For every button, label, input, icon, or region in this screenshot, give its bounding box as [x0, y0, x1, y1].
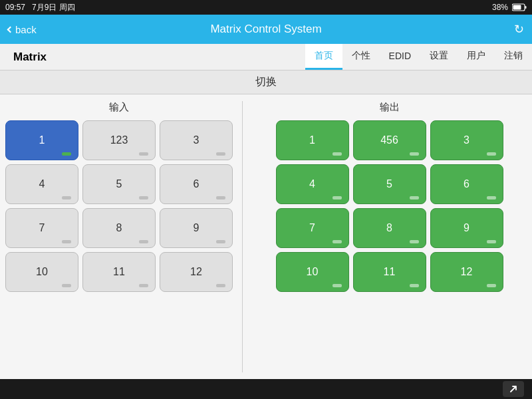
back-label: back — [15, 24, 37, 35]
tab-home[interactable]: 首页 — [305, 44, 342, 70]
output-button-8[interactable]: 8 — [353, 208, 426, 248]
input-button-indicator — [139, 152, 148, 156]
output-grid: 14563456789101112 — [276, 120, 503, 292]
battery-text: 38% — [492, 3, 508, 12]
input-button-7[interactable]: 7 — [5, 208, 78, 248]
tab-settings[interactable]: 设置 — [420, 44, 458, 70]
output-button-2[interactable]: 456 — [353, 120, 426, 160]
output-button-6[interactable]: 6 — [430, 164, 503, 204]
input-button-label: 5 — [116, 178, 122, 190]
output-button-label: 1 — [309, 134, 315, 146]
input-panel: 输入 11233456789101112 — [5, 101, 233, 372]
input-button-indicator — [216, 240, 225, 243]
input-button-10[interactable]: 10 — [5, 252, 78, 292]
output-button-indicator — [487, 196, 496, 200]
tab-logout[interactable]: 注销 — [495, 44, 532, 70]
input-button-1[interactable]: 1 — [5, 120, 78, 160]
input-button-indicator — [139, 284, 148, 287]
input-button-2[interactable]: 123 — [82, 120, 156, 160]
tab-bar: Matrix 首页 个性 EDID 设置 用户 注销 — [0, 44, 532, 70]
input-button-indicator — [216, 284, 225, 287]
input-button-11[interactable]: 11 — [82, 252, 156, 292]
app-title: Matrix — [7, 51, 60, 64]
output-button-11[interactable]: 11 — [353, 252, 426, 292]
input-button-9[interactable]: 9 — [160, 208, 233, 248]
input-button-label: 8 — [116, 222, 122, 234]
status-right: 38% — [492, 3, 527, 12]
input-button-label: 4 — [39, 178, 45, 190]
battery-icon — [512, 3, 527, 11]
input-button-indicator — [216, 196, 225, 200]
output-button-5[interactable]: 5 — [353, 164, 426, 204]
input-button-4[interactable]: 4 — [5, 164, 78, 204]
input-panel-title: 输入 — [109, 101, 129, 114]
input-button-label: 1 — [39, 134, 45, 146]
output-button-label: 11 — [384, 266, 396, 278]
input-grid: 11233456789101112 — [5, 120, 233, 292]
output-panel-title: 输出 — [380, 101, 400, 114]
svg-rect-2 — [513, 5, 521, 10]
input-button-label: 6 — [194, 178, 200, 190]
input-button-5[interactable]: 5 — [82, 164, 156, 204]
output-button-10[interactable]: 10 — [276, 252, 349, 292]
input-button-label: 10 — [36, 266, 48, 278]
input-button-8[interactable]: 8 — [82, 208, 156, 248]
svg-rect-1 — [525, 6, 527, 9]
input-button-12[interactable]: 12 — [160, 252, 233, 292]
back-chevron-icon — [7, 26, 14, 33]
input-button-label: 9 — [194, 222, 200, 234]
output-button-label: 9 — [464, 222, 469, 234]
output-button-label: 12 — [461, 266, 473, 278]
nav-bar: back Matrix Control System ↻ — [0, 15, 532, 44]
section-title: 切换 — [255, 75, 277, 89]
output-button-1[interactable]: 1 — [276, 120, 349, 160]
output-button-indicator — [487, 152, 496, 156]
output-button-label: 4 — [309, 178, 315, 190]
output-button-indicator — [332, 240, 342, 243]
main-content: 输入 11233456789101112 输出 1456345678910111… — [0, 94, 532, 379]
navigate-icon — [508, 384, 519, 394]
navigate-button[interactable] — [503, 381, 524, 397]
input-button-label: 11 — [113, 266, 125, 278]
output-button-indicator — [332, 196, 342, 200]
back-button[interactable]: back — [0, 24, 45, 35]
input-button-indicator — [62, 152, 71, 156]
output-button-label: 7 — [309, 222, 315, 234]
output-button-7[interactable]: 7 — [276, 208, 349, 248]
output-button-label: 10 — [307, 266, 319, 278]
tab-personality[interactable]: 个性 — [342, 44, 380, 70]
output-button-indicator — [487, 240, 496, 243]
section-title-bar: 切换 — [0, 70, 532, 94]
tab-edid[interactable]: EDID — [380, 44, 420, 70]
refresh-button[interactable]: ↻ — [514, 22, 524, 37]
output-button-indicator — [410, 152, 419, 156]
input-button-6[interactable]: 6 — [160, 164, 233, 204]
input-button-label: 7 — [39, 222, 45, 234]
output-button-label: 8 — [386, 222, 392, 234]
input-button-3[interactable]: 3 — [160, 120, 233, 160]
input-button-indicator — [139, 196, 148, 200]
output-button-label: 6 — [464, 178, 469, 190]
input-button-indicator — [62, 196, 71, 200]
output-button-3[interactable]: 3 — [430, 120, 503, 160]
status-bar: 09:57 7月9日 周四 38% — [0, 0, 532, 15]
panel-divider — [242, 101, 243, 372]
output-button-label: 3 — [464, 134, 469, 146]
input-button-indicator — [216, 152, 225, 156]
input-button-label: 123 — [110, 134, 128, 146]
output-button-indicator — [410, 240, 419, 243]
output-button-12[interactable]: 12 — [430, 252, 503, 292]
tab-user[interactable]: 用户 — [458, 44, 495, 70]
input-button-label: 12 — [190, 266, 202, 278]
bottom-bar — [0, 379, 532, 399]
output-button-9[interactable]: 9 — [430, 208, 503, 248]
output-panel: 输出 14563456789101112 — [252, 101, 527, 372]
output-button-indicator — [487, 284, 496, 287]
input-button-indicator — [62, 284, 71, 287]
output-button-label: 456 — [380, 134, 398, 146]
nav-title: Matrix Control System — [210, 23, 321, 36]
status-time: 09:57 7月9日 周四 — [5, 2, 75, 13]
output-button-indicator — [332, 152, 342, 156]
output-button-4[interactable]: 4 — [276, 164, 349, 204]
output-button-label: 5 — [386, 178, 392, 190]
